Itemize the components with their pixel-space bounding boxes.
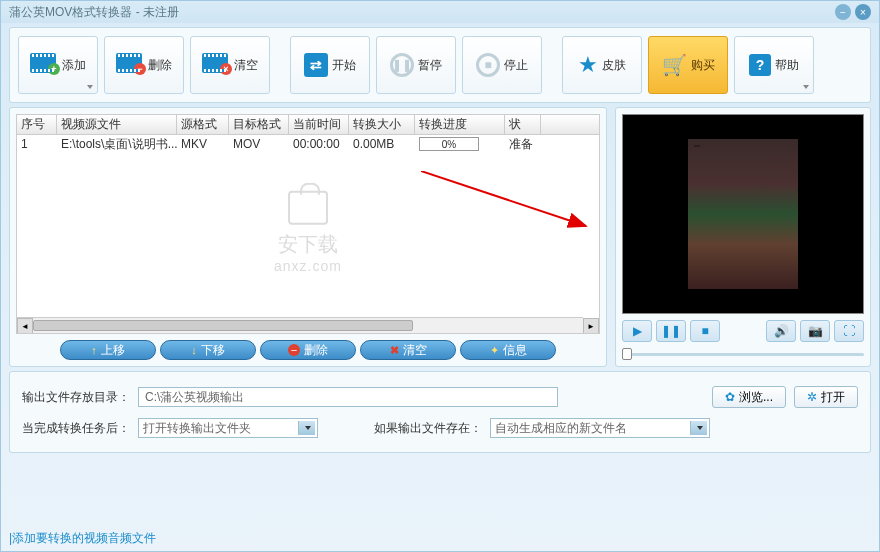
output-panel: 输出文件存放目录： ✿浏览... ✲打开 当完成转换任务后： 打开转换输出文件夹… — [9, 371, 871, 453]
moveup-button[interactable]: ↑上移 — [60, 340, 156, 360]
skin-button[interactable]: ★ 皮肤 — [562, 36, 642, 94]
open-button[interactable]: ✲打开 — [794, 386, 858, 408]
scroll-right-button[interactable]: ► — [583, 318, 599, 334]
help-label: 帮助 — [775, 57, 799, 74]
star-icon: ★ — [578, 52, 598, 78]
preview-overlay — [694, 145, 700, 147]
add-button[interactable]: + 添加 — [18, 36, 98, 94]
th-source[interactable]: 视频源文件 — [57, 115, 177, 134]
preview-controls: ▶ ❚❚ ■ 🔊 📷 ⛶ — [622, 320, 864, 342]
info-icon: ✦ — [490, 344, 499, 357]
td-dstfmt: MOV — [229, 135, 289, 153]
stop-icon: ■ — [701, 324, 708, 338]
output-dir-label: 输出文件存放目录： — [22, 389, 130, 406]
cart-icon: 🛒 — [662, 53, 687, 77]
th-progress[interactable]: 转换进度 — [415, 115, 505, 134]
th-size[interactable]: 转换大小 — [349, 115, 415, 134]
preview-pause-button[interactable]: ❚❚ — [656, 320, 686, 342]
clear-label: 清空 — [234, 57, 258, 74]
stop-button[interactable]: ■ 停止 — [462, 36, 542, 94]
statusbar: |添加要转换的视频音频文件 — [9, 530, 156, 547]
camera-icon: 📷 — [808, 324, 823, 338]
gear-icon: ✲ — [807, 390, 817, 404]
status-text: 添加要转换的视频音频文件 — [12, 531, 156, 545]
td-index: 1 — [17, 135, 57, 153]
file-exists-label: 如果输出文件存在： — [374, 420, 482, 437]
th-curtime[interactable]: 当前时间 — [289, 115, 349, 134]
buy-label: 购买 — [691, 57, 715, 74]
td-source: E:\tools\桌面\说明书... — [57, 135, 177, 153]
output-dir-input[interactable] — [138, 387, 558, 407]
preview-screen[interactable] — [622, 114, 864, 314]
film-icon: × — [202, 53, 228, 73]
x-icon: × — [220, 63, 232, 75]
list-clear-button[interactable]: ✖清空 — [360, 340, 456, 360]
play-icon: ▶ — [633, 324, 642, 338]
file-exists-select[interactable]: 自动生成相应的新文件名 — [490, 418, 710, 438]
browse-button[interactable]: ✿浏览... — [712, 386, 786, 408]
pause-icon: ❚❚ — [661, 324, 681, 338]
chevron-down-icon — [803, 85, 809, 89]
buy-button[interactable]: 🛒 购买 — [648, 36, 728, 94]
progress-bar: 0% — [419, 137, 479, 151]
slider-track — [622, 353, 864, 356]
th-index[interactable]: 序号 — [17, 115, 57, 134]
play-button[interactable]: ▶ — [622, 320, 652, 342]
minus-icon: − — [134, 63, 146, 75]
chevron-down-icon — [87, 85, 93, 89]
volume-button[interactable]: 🔊 — [766, 320, 796, 342]
start-button[interactable]: ⇄ 开始 — [290, 36, 370, 94]
th-status[interactable]: 状 — [505, 115, 541, 134]
minimize-button[interactable]: − — [835, 4, 851, 20]
td-size: 0.00MB — [349, 135, 415, 153]
browse-icon: ✿ — [725, 390, 735, 404]
preview-thumbnail — [688, 139, 798, 289]
after-task-select[interactable]: 打开转换输出文件夹 — [138, 418, 318, 438]
arrow-up-icon: ↑ — [91, 344, 97, 356]
stop-icon: ■ — [476, 53, 500, 77]
close-button[interactable]: × — [855, 4, 871, 20]
volume-icon: 🔊 — [774, 324, 789, 338]
scroll-left-button[interactable]: ◄ — [17, 318, 33, 334]
clear-button[interactable]: × 清空 — [190, 36, 270, 94]
plus-icon: + — [48, 63, 60, 75]
td-progress: 0% — [415, 135, 505, 153]
td-curtime: 00:00:00 — [289, 135, 349, 153]
scroll-thumb[interactable] — [33, 320, 413, 331]
scrollbar-horizontal[interactable]: ◄ ► — [17, 317, 583, 333]
th-dstfmt[interactable]: 目标格式 — [229, 115, 289, 134]
snapshot-button[interactable]: 📷 — [800, 320, 830, 342]
pause-button[interactable]: ❚❚ 暂停 — [376, 36, 456, 94]
pause-label: 暂停 — [418, 57, 442, 74]
start-label: 开始 — [332, 57, 356, 74]
watermark: 安下载 anxz.com — [274, 191, 342, 274]
swap-icon: ⇄ — [304, 53, 328, 77]
film-icon: − — [116, 53, 142, 73]
delete-label: 删除 — [148, 57, 172, 74]
fullscreen-button[interactable]: ⛶ — [834, 320, 864, 342]
table-header: 序号 视频源文件 源格式 目标格式 当前时间 转换大小 转换进度 状 — [17, 115, 599, 135]
th-srcfmt[interactable]: 源格式 — [177, 115, 229, 134]
file-table[interactable]: 序号 视频源文件 源格式 目标格式 当前时间 转换大小 转换进度 状 1 E:\… — [16, 114, 600, 334]
file-list-panel: 序号 视频源文件 源格式 目标格式 当前时间 转换大小 转换进度 状 1 E:\… — [9, 107, 607, 367]
delete-button[interactable]: − 删除 — [104, 36, 184, 94]
window-title: 蒲公英MOV格式转换器 - 未注册 — [9, 4, 179, 21]
x-icon: ✖ — [390, 344, 399, 357]
list-delete-button[interactable]: −删除 — [260, 340, 356, 360]
pause-icon: ❚❚ — [390, 53, 414, 77]
help-icon: ? — [749, 54, 771, 76]
film-icon: + — [30, 53, 56, 73]
movedown-button[interactable]: ↓下移 — [160, 340, 256, 360]
after-task-label: 当完成转换任务后： — [22, 420, 130, 437]
slider-thumb[interactable] — [622, 348, 632, 360]
stop-label: 停止 — [504, 57, 528, 74]
fullscreen-icon: ⛶ — [843, 324, 855, 338]
preview-stop-button[interactable]: ■ — [690, 320, 720, 342]
seek-slider[interactable] — [622, 348, 864, 360]
preview-panel: ▶ ❚❚ ■ 🔊 📷 ⛶ — [615, 107, 871, 367]
toolbar: + 添加 − 删除 × 清空 ⇄ 开始 ❚❚ 暂停 ■ 停止 ★ 皮肤 — [9, 27, 871, 103]
table-row[interactable]: 1 E:\tools\桌面\说明书... MKV MOV 00:00:00 0.… — [17, 135, 599, 153]
help-button[interactable]: ? 帮助 — [734, 36, 814, 94]
info-button[interactable]: ✦信息 — [460, 340, 556, 360]
skin-label: 皮肤 — [602, 57, 626, 74]
